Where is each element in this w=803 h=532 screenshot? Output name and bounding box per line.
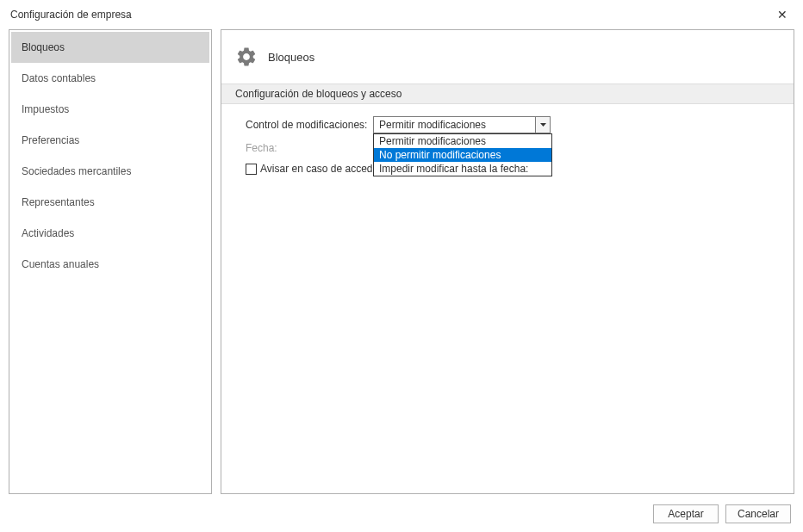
sidebar-item-label: Actividades (22, 227, 74, 239)
combo-selected-value: Permitir modificaciones (374, 119, 535, 131)
control-modificaciones-dropdown: Permitir modificaciones No permitir modi… (373, 133, 552, 176)
sidebar-item-representantes[interactable]: Representantes (11, 187, 209, 218)
dropdown-item-no-permitir[interactable]: No permitir modificaciones (374, 148, 551, 162)
accept-button-label: Aceptar (668, 508, 703, 520)
sidebar-item-preferencias[interactable]: Preferencias (11, 125, 209, 156)
main-panel: Bloqueos Configuración de bloqueos y acc… (221, 29, 794, 494)
window-title: Configuración de empresa (10, 9, 132, 21)
control-modificaciones-combo[interactable]: Permitir modificaciones Permitir modific… (373, 116, 551, 133)
control-modificaciones-row: Control de modificaciones: Permitir modi… (235, 116, 780, 133)
sidebar-item-actividades[interactable]: Actividades (11, 218, 209, 249)
dialog-footer: Aceptar Cancelar (653, 504, 791, 523)
dropdown-item-impedir-hasta-fecha[interactable]: Impedir modificar hasta la fecha: (374, 162, 551, 176)
control-modificaciones-label: Control de modificaciones: (246, 119, 373, 131)
panel-title: Bloqueos (268, 51, 314, 64)
sidebar-item-cuentas-anuales[interactable]: Cuentas anuales (11, 249, 209, 280)
sidebar-item-label: Preferencias (22, 134, 79, 146)
titlebar: Configuración de empresa ✕ (0, 0, 803, 29)
chevron-down-icon (540, 123, 546, 127)
panel-header: Bloqueos (235, 46, 780, 68)
sidebar-item-label: Sociedades mercantiles (22, 165, 131, 177)
sidebar-item-label: Representantes (22, 196, 95, 208)
cancel-button[interactable]: Cancelar (725, 504, 791, 523)
sidebar: Bloqueos Datos contables Impuestos Prefe… (9, 29, 212, 494)
fecha-label: Fecha: (246, 142, 373, 154)
sidebar-item-label: Cuentas anuales (22, 258, 99, 270)
sidebar-item-label: Datos contables (22, 72, 96, 84)
sidebar-item-bloqueos[interactable]: Bloqueos (11, 32, 209, 63)
sidebar-item-label: Impuestos (22, 103, 69, 115)
gear-icon (235, 46, 258, 68)
accept-button[interactable]: Aceptar (653, 504, 719, 523)
sidebar-item-impuestos[interactable]: Impuestos (11, 94, 209, 125)
sidebar-item-datos-contables[interactable]: Datos contables (11, 63, 209, 94)
combo-dropdown-button[interactable] (535, 117, 550, 133)
cancel-button-label: Cancelar (738, 508, 779, 520)
close-icon[interactable]: ✕ (772, 7, 793, 22)
avisar-checkbox[interactable] (246, 164, 257, 175)
dropdown-item-permitir[interactable]: Permitir modificaciones (374, 134, 551, 148)
content-area: Bloqueos Datos contables Impuestos Prefe… (0, 29, 803, 494)
section-title: Configuración de bloqueos y acceso (221, 84, 794, 104)
sidebar-item-sociedades-mercantiles[interactable]: Sociedades mercantiles (11, 156, 209, 187)
sidebar-item-label: Bloqueos (22, 41, 65, 53)
